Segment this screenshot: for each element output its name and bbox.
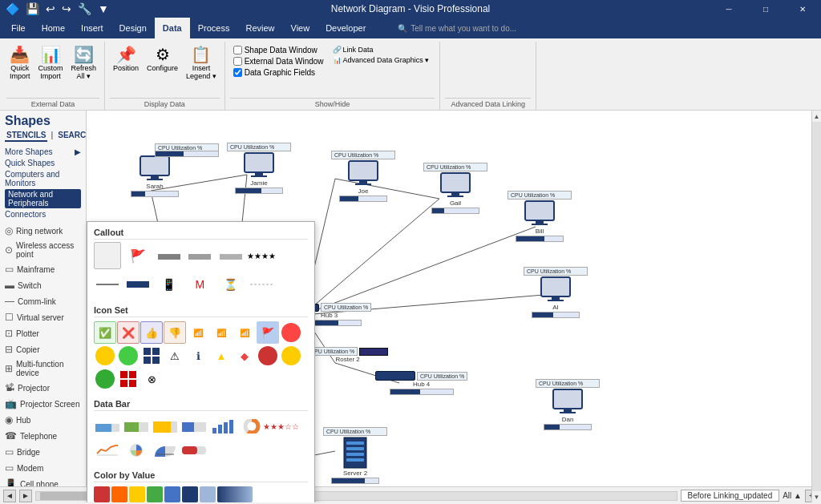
scroll-left-button[interactable]: ◄ bbox=[3, 490, 16, 502]
databar-item-10[interactable] bbox=[152, 439, 179, 462]
icon-thumbs-down[interactable]: 👎 bbox=[164, 321, 186, 344]
databar-item-6[interactable] bbox=[238, 415, 265, 437]
link-data-button[interactable]: 🔗 Link Data bbox=[330, 45, 432, 54]
shape-copier[interactable]: ⊟ Copier bbox=[0, 341, 86, 357]
icon-dot-green[interactable] bbox=[119, 346, 138, 365]
color-green[interactable] bbox=[147, 486, 163, 502]
icon-circle-r[interactable] bbox=[258, 346, 277, 365]
shape-hub[interactable]: ◉ Hub bbox=[0, 412, 86, 428]
external-data-window-checkbox[interactable] bbox=[233, 57, 242, 66]
color-navy[interactable] bbox=[200, 486, 216, 502]
popup-item-phone-icon[interactable]: 📱 bbox=[156, 271, 183, 298]
shape-projector[interactable]: 📽 Projector bbox=[0, 380, 86, 396]
configure-button[interactable]: ⚙ Configure bbox=[144, 43, 181, 82]
tab-developer[interactable]: Developer bbox=[317, 18, 374, 38]
advanced-data-graphics-button[interactable]: 📊 Advanced Data Graphics ▾ bbox=[330, 55, 432, 65]
icon-no-entry[interactable]: ⊗ bbox=[140, 368, 163, 390]
tab-home[interactable]: Home bbox=[34, 18, 73, 38]
icon-wifi1[interactable]: 📶 bbox=[187, 321, 209, 344]
insert-legend-button[interactable]: 📋 Insert Legend ▾ bbox=[183, 43, 220, 82]
node-dan[interactable]: CPU Utilization % Dan bbox=[536, 379, 600, 430]
icon-flags-selected[interactable]: 🚩 bbox=[257, 321, 279, 344]
shape-multifunction[interactable]: ⊞ Multi-function device bbox=[0, 357, 86, 380]
databar-item-2[interactable] bbox=[123, 415, 150, 437]
vertical-scrollbar[interactable]: ▲ ▼ bbox=[811, 111, 821, 502]
shape-modem[interactable]: ▭ Modem bbox=[0, 460, 86, 476]
quick-shapes-link[interactable]: Quick Shapes bbox=[5, 158, 81, 168]
icon-warning[interactable]: ⚠ bbox=[164, 345, 186, 367]
node-sarah[interactable]: CPU Utilization % Sarah bbox=[131, 155, 179, 197]
maximize-button[interactable]: □ bbox=[747, 0, 784, 18]
nav-stencils[interactable]: STENCILS bbox=[5, 130, 47, 142]
node-ai[interactable]: CPU Utilization % AI bbox=[524, 267, 588, 318]
tab-process[interactable]: Process bbox=[190, 18, 238, 38]
shape-mainframe[interactable]: ▭ Mainframe bbox=[0, 261, 86, 277]
tab-view[interactable]: View bbox=[283, 18, 318, 38]
databar-item-4[interactable] bbox=[180, 415, 208, 437]
databar-item-7[interactable]: ★★★☆☆ bbox=[267, 415, 294, 437]
databar-item-1[interactable] bbox=[94, 415, 121, 437]
shape-virtual-server[interactable]: ☐ Virtual server bbox=[0, 309, 86, 325]
quick-import-button[interactable]: 📥 Quick Import bbox=[6, 43, 34, 82]
node-jamie[interactable]: CPU Utilization % Jamie bbox=[227, 143, 291, 194]
popup-item-bar1[interactable] bbox=[156, 242, 183, 269]
quick-access-redo[interactable]: ↪ bbox=[59, 2, 74, 15]
icon-circle-y[interactable] bbox=[281, 346, 301, 365]
popup-item-rect[interactable] bbox=[94, 242, 121, 269]
shape-bridge[interactable]: ▭ Bridge bbox=[0, 444, 86, 460]
icon-wifi2[interactable]: 📶 bbox=[210, 321, 233, 344]
tab-review[interactable]: Review bbox=[237, 18, 282, 38]
node-gail[interactable]: CPU Utilization % Gail bbox=[423, 163, 487, 214]
node-bill[interactable]: CPU Utilization % Bill bbox=[508, 191, 572, 242]
popup-item-bar3[interactable] bbox=[217, 242, 245, 269]
icon-x-red[interactable]: ❌ bbox=[117, 321, 140, 344]
color-gradient[interactable] bbox=[217, 486, 253, 502]
databar-item-3[interactable] bbox=[152, 415, 179, 437]
icon-grid1[interactable] bbox=[140, 345, 163, 367]
popup-item-gmail-icon[interactable]: M bbox=[186, 271, 213, 298]
quick-access-more[interactable]: ▼ bbox=[95, 2, 111, 15]
color-red[interactable] bbox=[94, 486, 110, 502]
more-shapes-link[interactable]: More Shapes ▶ bbox=[5, 147, 81, 157]
quick-access-customize[interactable]: 🔧 bbox=[75, 2, 94, 15]
icon-circle-g[interactable] bbox=[95, 369, 115, 389]
icon-info[interactable]: ℹ bbox=[187, 345, 209, 367]
icon-check-green[interactable]: ✅ bbox=[94, 321, 116, 344]
node-hub4[interactable]: CPU Utilization % Hub 4 bbox=[375, 371, 467, 395]
data-graphic-fields-checkbox[interactable] bbox=[233, 68, 242, 77]
quick-access-undo[interactable]: ↩ bbox=[43, 2, 58, 15]
scroll-up-button[interactable]: ▲ bbox=[812, 111, 822, 122]
page-selector[interactable]: All ▲ bbox=[783, 491, 802, 500]
icon-thumbs-up[interactable]: 👍 bbox=[140, 321, 163, 344]
popup-item-line2[interactable] bbox=[248, 271, 275, 298]
color-orange[interactable] bbox=[111, 486, 127, 502]
shape-switch[interactable]: ▬ Switch bbox=[0, 277, 86, 293]
custom-import-button[interactable]: 📊 Custom Import bbox=[35, 43, 67, 82]
color-yellow[interactable] bbox=[129, 486, 145, 502]
connectors-link[interactable]: Connectors bbox=[5, 209, 81, 220]
color-blue1[interactable] bbox=[164, 486, 180, 502]
icon-dot-yellow[interactable] bbox=[95, 346, 115, 365]
node-joe[interactable]: CPU Utilization % Joe bbox=[331, 151, 395, 202]
shape-wireless-ap[interactable]: ⊙ Wireless access point bbox=[0, 239, 86, 261]
network-peripherals-link[interactable]: Network and Peripherals bbox=[5, 189, 81, 208]
node-server2[interactable]: CPU Utilization % Server 2 bbox=[323, 427, 387, 484]
popup-item-flag1[interactable]: 🚩 bbox=[124, 242, 152, 269]
icon-diamond[interactable]: ◆ bbox=[233, 345, 256, 367]
tab-insert[interactable]: Insert bbox=[73, 18, 111, 38]
tell-me-box[interactable]: 🔍 Tell me what you want to do... bbox=[390, 18, 524, 38]
databar-item-8[interactable] bbox=[94, 439, 121, 462]
shape-plotter[interactable]: ⊡ Plotter bbox=[0, 325, 86, 341]
tab-file[interactable]: File bbox=[3, 18, 34, 38]
popup-item-bar2[interactable] bbox=[186, 242, 213, 269]
tab-design[interactable]: Design bbox=[111, 18, 155, 38]
position-button[interactable]: 📌 Position bbox=[110, 43, 142, 82]
page-tab[interactable]: Before Linking_updated bbox=[681, 490, 780, 502]
popup-item-blue-bar[interactable] bbox=[124, 271, 152, 298]
icon-dot-red[interactable] bbox=[281, 323, 301, 342]
scroll-thumb-vertical[interactable] bbox=[812, 122, 821, 491]
shape-telephone[interactable]: ☎ Telephone bbox=[0, 428, 86, 444]
scroll-right-button[interactable]: ► bbox=[19, 490, 32, 502]
shape-ring-network[interactable]: ◎ Ring network bbox=[0, 223, 86, 239]
databar-item-5[interactable] bbox=[209, 415, 237, 437]
